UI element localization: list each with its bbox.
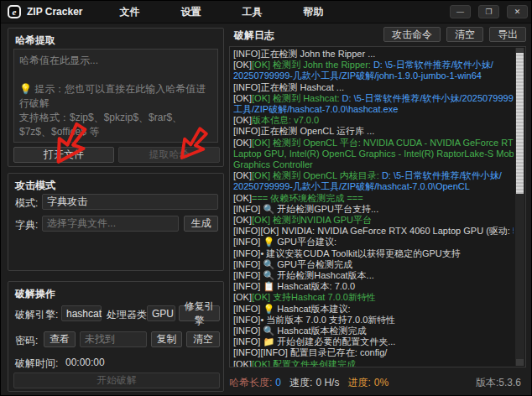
engine-label: 破解引擎: xyxy=(15,308,58,322)
menu-bar: e ZIP Cracker 文件 设置 工具 帮助 — ❐ ✕ xyxy=(1,1,532,23)
log-line: [OK][OK] 配置文件夹创建完成 xyxy=(233,359,514,367)
engine-select[interactable]: hashcat xyxy=(61,305,102,321)
log-line: [INFO]正在检测 Hashcat ... xyxy=(233,82,514,93)
attack-mode-panel: 攻击模式 模式: 字典攻击 字典: 选择字典文件... 生成 xyxy=(8,173,224,271)
minimize-button[interactable]: — xyxy=(450,5,471,18)
menu-items: 文件 设置 工具 帮助 xyxy=(115,3,329,22)
log-line: Laptop GPU, Intel(R) OpenCL Graphics - I… xyxy=(233,148,514,159)
version-value: 5.3.6 xyxy=(498,377,521,388)
log-line: [INFO] 🔍 GPU平台检测完成 xyxy=(233,259,514,270)
menu-settings[interactable]: 设置 xyxy=(176,3,206,22)
log-line: 20250799999-几款小工具/ZIP破解/hashcat-7.0.0\Op… xyxy=(233,181,514,192)
log-line: [INFO]正在检测 John the Ripper ... xyxy=(233,49,514,60)
copy-password-button[interactable]: 复制 xyxy=(151,331,182,347)
log-line: [INFO] 🔍 开始检测GPU平台支持... xyxy=(233,204,514,215)
scrollbar-thumb[interactable] xyxy=(516,53,524,194)
dictionary-label: 字典: xyxy=(15,218,38,232)
log-line: [OK][OK] 检测到NVIDIA GPU平台 xyxy=(233,215,514,226)
hash-placeholder: 哈希值在此显示... xyxy=(19,54,212,68)
log-line: [INFO] 🔍 开始检测Hashcat版本... xyxy=(233,270,514,281)
log-line: [INFO] 📁 开始创建必要的配置文件夹... xyxy=(233,336,514,347)
clear-log-button[interactable]: 清空 xyxy=(446,27,483,42)
window-controls: — ❐ ✕ xyxy=(450,5,528,18)
log-line: [INFO][INFO] 配置目录已存在: config/ xyxy=(233,347,514,358)
log-line: [OK][OK] 检测到 OpenCL 内核目录: D: \5-日常软件推荐/软… xyxy=(233,170,514,181)
start-crack-button[interactable]: 开始破解 xyxy=(13,373,220,388)
log-line: [INFO]• 当前版本 7.0.0 支持7.0.0新特性 xyxy=(233,315,514,326)
speed-label: 速度: xyxy=(289,376,312,390)
extract-hash-button[interactable]: 提取哈希 xyxy=(118,147,220,163)
crack-operations-panel: 破解操作 破解引擎: hashcat 处理器类型 GPU 修复引擎 密码: 查看… xyxy=(8,281,224,392)
hash-length-value: 0 xyxy=(275,377,281,388)
menu-help[interactable]: 帮助 xyxy=(299,3,329,22)
version-label: 版本: xyxy=(476,376,498,390)
log-line: 工具/ZIP破解/hashcat-7.0.0\hashcat.exe xyxy=(233,104,514,115)
log-title: 破解日志 xyxy=(234,29,274,43)
mode-label: 模式: xyxy=(15,196,38,211)
log-line: [INFO]正在检测 OpenCL 运行库 ... xyxy=(233,126,514,137)
scrollbar-down-button[interactable] xyxy=(516,359,524,366)
log-line: [OK][OK] 检测到 OpenCL 平台: NVIDIA CUDA - NV… xyxy=(233,138,514,148)
log-line: [INFO] 📋 Hashcat版本: 7.0.0 xyxy=(233,281,514,292)
status-bar: 哈希长度: 0 速度: 0 H/s 进度: 0% 版本: 5.3.6 xyxy=(229,373,526,392)
log-line: [INFO]• 建议安装CUDA Toolkit以获得更稳定的GPU支持 xyxy=(233,248,514,259)
menu-file[interactable]: 文件 xyxy=(115,3,145,22)
export-log-button[interactable]: 导出 xyxy=(489,27,526,42)
hash-tip-line2: 支持格式：$zip$、$pkzip$、$rar$、$7z$、$office$ 等 xyxy=(19,111,212,139)
log-line: [OK][OK] 检测到 John the Ripper: D: \5-日常软件… xyxy=(233,60,514,70)
open-file-button[interactable]: 打开文件 xyxy=(13,147,114,163)
crack-time-value: 00:00:00 xyxy=(65,357,105,368)
log-scrollbar[interactable] xyxy=(515,48,524,366)
log-line: [INFO] 🔍 Hashcat版本检测完成 xyxy=(233,326,514,336)
hash-tip-line1: 💡 提示：您也可以直接在此输入哈希值进行破解 xyxy=(19,82,212,111)
log-line: [OK]版本信息: v7.0.0 xyxy=(233,115,514,126)
log-line: Graphics Controller xyxy=(233,159,514,170)
log-line: [INFO] 💡 GPU平台建议: xyxy=(233,237,514,248)
maximize-button[interactable]: ❐ xyxy=(478,5,499,18)
log-line: [INFO][OK] NVIDIA: NVIDIA GeForce RTX 40… xyxy=(233,226,514,237)
zip-cracker-window: e ZIP Cracker 文件 设置 工具 帮助 — ❐ ✕ 哈希提取 哈希值… xyxy=(0,0,532,396)
repair-engine-button[interactable]: 修复引擎 xyxy=(179,305,220,321)
menu-tools[interactable]: 工具 xyxy=(237,3,268,22)
log-output-area[interactable]: [INFO]正在检测 John the Ripper ...[OK][OK] 检… xyxy=(229,46,526,367)
hash-length-label: 哈希长度: xyxy=(229,376,272,390)
processor-select[interactable]: GPU xyxy=(147,305,175,321)
crack-operations-title: 破解操作 xyxy=(15,287,55,301)
log-line: [OK][OK] 支持Hashcat 7.0.0新特性 xyxy=(233,292,514,303)
password-label: 密码: xyxy=(15,334,38,348)
log-lines: [INFO]正在检测 John the Ripper ...[OK][OK] 检… xyxy=(233,49,514,367)
hash-extraction-title: 哈希提取 xyxy=(15,34,55,48)
view-password-button[interactable]: 查看 xyxy=(44,331,76,347)
clear-password-button[interactable]: 清空 xyxy=(186,331,220,347)
attack-command-button[interactable]: 攻击命令 xyxy=(383,27,441,42)
generate-dictionary-button[interactable]: 生成 xyxy=(184,216,218,232)
hash-extraction-panel: 哈希提取 哈希值在此显示... 💡 提示：您也可以直接在此输入哈希值进行破解 支… xyxy=(8,28,224,167)
log-line: 20250799999-几款小工具/ZIP破解/john-1.9.0-jumbo… xyxy=(233,70,514,81)
log-line: [INFO] 💡 Hashcat版本建议: xyxy=(233,304,514,315)
speed-value: 0 H/s xyxy=(316,377,339,388)
attack-mode-title: 攻击模式 xyxy=(15,179,55,193)
password-value-field[interactable]: 未找到 xyxy=(80,331,147,347)
app-title: ZIP Cracker xyxy=(27,6,83,18)
close-button[interactable]: ✕ xyxy=(507,5,528,18)
dictionary-file-input[interactable]: 选择字典文件... xyxy=(42,216,179,232)
logo-glyph: e xyxy=(13,7,17,17)
log-line: [OK]=== 依赖环境检测完成 === xyxy=(233,193,514,204)
log-line: [OK][OK] 检测到 Hashcat: D: \5-日常软件推荐/软件小妹/… xyxy=(233,93,514,104)
app-logo-icon: e xyxy=(8,5,21,18)
log-header: 破解日志 攻击命令 清空 导出 xyxy=(229,27,526,44)
progress-label: 进度: xyxy=(347,376,370,390)
progress-value: 0% xyxy=(374,377,389,388)
hash-input-area[interactable]: 哈希值在此显示... 💡 提示：您也可以直接在此输入哈希值进行破解 支持格式：$… xyxy=(13,49,218,143)
mode-select[interactable]: 字典攻击 xyxy=(42,194,218,210)
crack-time-label: 破解时间: xyxy=(15,357,58,371)
